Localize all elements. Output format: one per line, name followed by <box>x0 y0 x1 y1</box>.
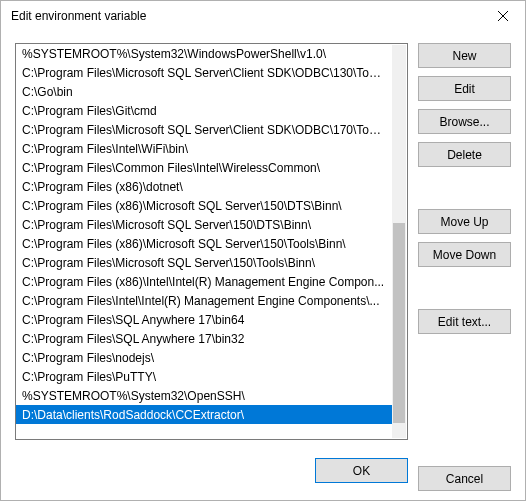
list-item[interactable]: C:\Program Files (x86)\Microsoft SQL Ser… <box>16 234 392 253</box>
list-item[interactable]: C:\Program Files\Microsoft SQL Server\15… <box>16 253 392 272</box>
browse-button[interactable]: Browse... <box>418 109 511 134</box>
edit-button[interactable]: Edit <box>418 76 511 101</box>
list-wrap: %SYSTEMROOT%\System32\WindowsPowerShell\… <box>15 43 408 446</box>
cancel-button[interactable]: Cancel <box>418 466 511 491</box>
content-area: %SYSTEMROOT%\System32\WindowsPowerShell\… <box>1 31 525 446</box>
move-up-button[interactable]: Move Up <box>418 209 511 234</box>
list-item[interactable]: C:\Program Files\Microsoft SQL Server\15… <box>16 215 392 234</box>
list-item[interactable]: %SYSTEMROOT%\System32\WindowsPowerShell\… <box>16 44 392 63</box>
new-button[interactable]: New <box>418 43 511 68</box>
scroll-thumb[interactable] <box>393 223 405 423</box>
list-item[interactable]: C:\Program Files\Microsoft SQL Server\Cl… <box>16 63 392 82</box>
list-item[interactable]: C:\Program Files\Intel\Intel(R) Manageme… <box>16 291 392 310</box>
list-item[interactable]: C:\Program Files (x86)\Intel\Intel(R) Ma… <box>16 272 392 291</box>
ok-button[interactable]: OK <box>315 458 408 483</box>
list-item[interactable]: %SYSTEMROOT%\System32\OpenSSH\ <box>16 386 392 405</box>
list-item[interactable]: C:\Program Files\nodejs\ <box>16 348 392 367</box>
list-item[interactable]: D:\Data\clients\RodSaddock\CCExtractor\ <box>16 405 392 424</box>
list-item[interactable]: C:\Program Files\Microsoft SQL Server\Cl… <box>16 120 392 139</box>
close-icon <box>498 11 508 21</box>
close-button[interactable] <box>480 1 525 31</box>
side-buttons: New Edit Browse... Delete Move Up Move D… <box>418 43 511 446</box>
list-item[interactable]: C:\Program Files (x86)\Microsoft SQL Ser… <box>16 196 392 215</box>
list-item[interactable]: C:\Program Files\Git\cmd <box>16 101 392 120</box>
footer: OK Cancel <box>1 446 525 501</box>
list-item[interactable]: C:\Program Files\Intel\WiFi\bin\ <box>16 139 392 158</box>
window-title: Edit environment variable <box>11 9 480 23</box>
list-item[interactable]: C:\Program Files\SQL Anywhere 17\bin32 <box>16 329 392 348</box>
scrollbar[interactable] <box>392 45 406 438</box>
list-item[interactable]: C:\Program Files\Common Files\Intel\Wire… <box>16 158 392 177</box>
list-item[interactable]: C:\Program Files\PuTTY\ <box>16 367 392 386</box>
list-item[interactable]: C:\Program Files (x86)\dotnet\ <box>16 177 392 196</box>
list-item[interactable]: C:\Program Files\SQL Anywhere 17\bin64 <box>16 310 392 329</box>
list-item[interactable]: C:\Go\bin <box>16 82 392 101</box>
edit-text-button[interactable]: Edit text... <box>418 309 511 334</box>
path-listbox[interactable]: %SYSTEMROOT%\System32\WindowsPowerShell\… <box>15 43 408 440</box>
delete-button[interactable]: Delete <box>418 142 511 167</box>
titlebar: Edit environment variable <box>1 1 525 31</box>
move-down-button[interactable]: Move Down <box>418 242 511 267</box>
